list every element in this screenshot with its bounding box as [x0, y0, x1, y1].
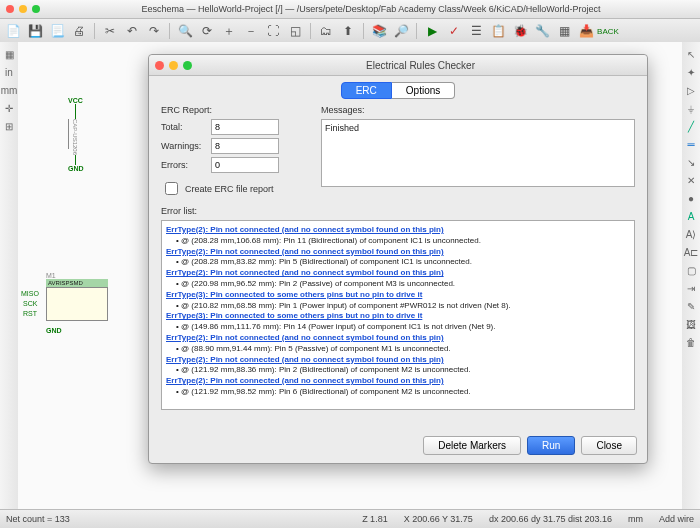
lib-edit-icon[interactable]: 📚 — [370, 22, 388, 40]
zoom-selection-icon[interactable]: ◱ — [286, 22, 304, 40]
workspace: ▦ in mm ✛ ⊞ ↖ ✦ ▷ ⏚ ╱ ═ ↘ ✕ ● A A⟩ A⊏ ▢ … — [0, 42, 700, 44]
save-icon[interactable]: 💾 — [26, 22, 44, 40]
netlist-icon[interactable]: 📋 — [489, 22, 507, 40]
footprint-icon[interactable]: 🔧 — [533, 22, 551, 40]
annotate-icon[interactable]: ▶ — [423, 22, 441, 40]
left-edge-toolbar: ▦ in mm ✛ ⊞ — [0, 42, 19, 44]
zoom-in-icon[interactable]: ＋ — [220, 22, 238, 40]
lib-browse-icon[interactable]: 🔎 — [392, 22, 410, 40]
find-icon[interactable]: 🔍 — [176, 22, 194, 40]
zoom-dot[interactable] — [32, 5, 40, 13]
zoom-out-icon[interactable]: － — [242, 22, 260, 40]
redo-icon[interactable]: ↷ — [145, 22, 163, 40]
traffic-lights — [6, 5, 40, 13]
schematic-canvas[interactable]: VCC CAP-US1206 GND M1 AVRISPSMD MISO SCK… — [18, 42, 682, 44]
undo-icon[interactable]: ↶ — [123, 22, 141, 40]
zoom-refresh-icon[interactable]: ⟳ — [198, 22, 216, 40]
cvpcb-icon[interactable]: ☰ — [467, 22, 485, 40]
min-dot[interactable] — [19, 5, 27, 13]
leave-sheet-icon[interactable]: ⬆ — [339, 22, 357, 40]
hierarchy-icon[interactable]: 🗂 — [317, 22, 335, 40]
window-title: Eeschema — HelloWorld-Project [/] — /Use… — [48, 4, 694, 14]
cut-icon[interactable]: ✂ — [101, 22, 119, 40]
page-icon[interactable]: 📃 — [48, 22, 66, 40]
zoom-fit-icon[interactable]: ⛶ — [264, 22, 282, 40]
main-toolbar: 📄 💾 📃 🖨 ✂ ↶ ↷ 🔍 ⟳ ＋ － ⛶ ◱ 🗂 ⬆ 📚 🔎 ▶ ✓ ☰ … — [0, 19, 700, 44]
close-dot[interactable] — [6, 5, 14, 13]
back-icon[interactable]: BACK — [599, 22, 617, 40]
import-icon[interactable]: 📥 — [577, 22, 595, 40]
right-edge-toolbar: ↖ ✦ ▷ ⏚ ╱ ═ ↘ ✕ ● A A⟩ A⊏ ▢ ⇥ ✎ 🖼 🗑 — [681, 42, 700, 44]
print-icon[interactable]: 🖨 — [70, 22, 88, 40]
pcbnew-icon[interactable]: ▦ — [555, 22, 573, 40]
new-icon[interactable]: 📄 — [4, 22, 22, 40]
macos-titlebar: Eeschema — HelloWorld-Project [/] — /Use… — [0, 0, 700, 19]
erc-icon[interactable]: ✓ — [445, 22, 463, 40]
bom-icon[interactable]: 🐞 — [511, 22, 529, 40]
